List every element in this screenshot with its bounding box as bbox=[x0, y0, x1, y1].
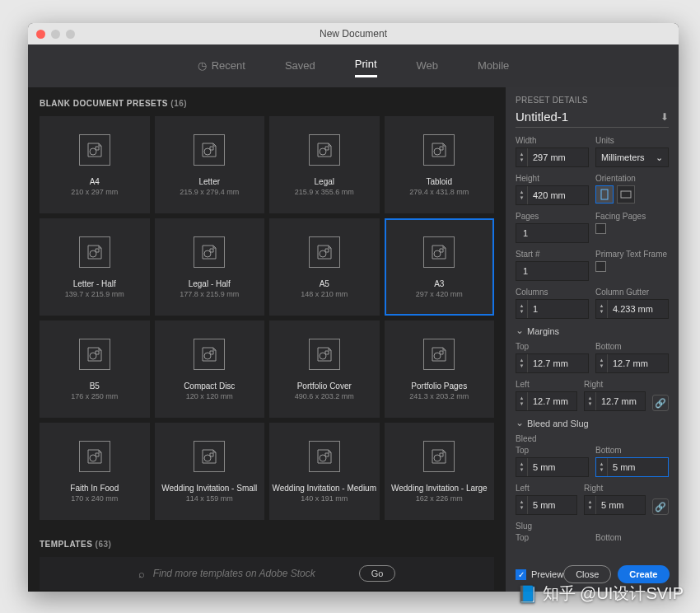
margins-disclosure[interactable]: Margins bbox=[516, 325, 669, 337]
titlebar: New Document bbox=[28, 23, 679, 44]
presets-header: BLANK DOCUMENT PRESETS (16) bbox=[40, 99, 494, 108]
stepper-icon[interactable]: ▲▼ bbox=[516, 354, 528, 372]
tab-recent[interactable]: ◷Recent bbox=[198, 58, 245, 77]
page-icon bbox=[423, 236, 455, 268]
preset-dimensions: 215.9 x 279.4 mm bbox=[180, 188, 239, 196]
page-icon bbox=[194, 236, 225, 268]
page-icon bbox=[194, 441, 225, 472]
margin-left-field[interactable]: ▲▼12.7 mm bbox=[516, 391, 577, 411]
preset-card[interactable]: Compact Disc120 x 120 mm bbox=[155, 321, 265, 418]
new-document-dialog: New Document ◷Recent Saved Print Web Mob… bbox=[28, 23, 679, 592]
stepper-icon[interactable]: ▲▼ bbox=[516, 186, 528, 204]
bleed-bottom-field[interactable]: ▲▼5 mm bbox=[595, 457, 669, 477]
preset-card[interactable]: Legal - Half177.8 x 215.9 mm bbox=[155, 218, 265, 316]
page-icon bbox=[309, 339, 340, 370]
preset-dimensions: 139.7 x 215.9 mm bbox=[65, 290, 124, 298]
preview-toggle[interactable]: ✓ Preview bbox=[516, 569, 563, 580]
bleed-top-field[interactable]: ▲▼5 mm bbox=[516, 457, 589, 477]
tab-saved[interactable]: Saved bbox=[285, 58, 315, 77]
stepper-icon[interactable]: ▲▼ bbox=[596, 458, 608, 476]
gutter-label: Column Gutter bbox=[595, 288, 669, 297]
page-icon bbox=[309, 441, 340, 472]
templates-header: TEMPLATES (63) bbox=[40, 540, 494, 549]
go-button[interactable]: Go bbox=[359, 565, 396, 582]
start-field[interactable]: 1 bbox=[516, 261, 589, 281]
columns-label: Columns bbox=[516, 288, 589, 297]
preset-card[interactable]: Letter215.9 x 279.4 mm bbox=[155, 116, 265, 213]
orientation-portrait[interactable] bbox=[595, 185, 614, 204]
category-tabs: ◷Recent Saved Print Web Mobile bbox=[28, 44, 679, 87]
stepper-icon[interactable]: ▲▼ bbox=[516, 148, 528, 166]
page-icon bbox=[79, 339, 110, 370]
orientation-landscape[interactable] bbox=[617, 185, 635, 204]
stepper-icon[interactable]: ▲▼ bbox=[516, 300, 528, 318]
stepper-icon[interactable]: ▲▼ bbox=[596, 300, 608, 318]
svg-rect-16 bbox=[601, 190, 608, 199]
primary-text-frame-checkbox[interactable] bbox=[595, 261, 606, 272]
bleed-right-label: Right bbox=[584, 484, 646, 493]
link-margins-button[interactable]: 🔗 bbox=[652, 395, 669, 411]
close-button[interactable]: Close bbox=[563, 565, 611, 583]
pages-field[interactable]: 1 bbox=[516, 223, 589, 243]
preset-dimensions: 490.6 x 203.2 mm bbox=[295, 392, 354, 400]
bleed-slug-disclosure[interactable]: Bleed and Slug bbox=[516, 418, 669, 429]
bleed-bottom-label: Bottom bbox=[595, 446, 669, 455]
preset-details-panel: PRESET DETAILS Untitled-1 ⬇ Width ▲▼297 … bbox=[506, 87, 679, 592]
preset-card[interactable]: Legal215.9 x 355.6 mm bbox=[269, 116, 380, 213]
preset-name: A5 bbox=[320, 279, 329, 288]
columns-field[interactable]: ▲▼1 bbox=[516, 299, 589, 319]
preset-name: Legal - Half bbox=[189, 279, 231, 288]
save-preset-icon[interactable]: ⬇ bbox=[660, 111, 669, 123]
preset-name: Tabloid bbox=[426, 177, 452, 186]
preset-card[interactable]: A3297 x 420 mm bbox=[385, 218, 495, 316]
margin-bottom-field[interactable]: ▲▼12.7 mm bbox=[595, 353, 669, 373]
stepper-icon[interactable]: ▲▼ bbox=[596, 354, 608, 372]
link-bleed-button[interactable]: 🔗 bbox=[652, 498, 669, 515]
template-search-input[interactable] bbox=[153, 568, 351, 579]
document-name[interactable]: Untitled-1 bbox=[516, 110, 568, 124]
tab-print[interactable]: Print bbox=[355, 58, 377, 77]
slug-label: Slug bbox=[516, 522, 669, 531]
preset-dimensions: 148 x 210 mm bbox=[301, 290, 348, 298]
preset-card[interactable]: Faith In Food170 x 240 mm bbox=[40, 423, 150, 520]
bleed-left-field[interactable]: ▲▼5 mm bbox=[516, 495, 577, 515]
preset-card[interactable]: Wedding Invitation - Small114 x 159 mm bbox=[155, 423, 265, 520]
page-icon bbox=[79, 134, 110, 166]
create-button[interactable]: Create bbox=[618, 565, 669, 583]
page-icon bbox=[309, 236, 340, 268]
height-label: Height bbox=[516, 174, 589, 183]
preset-card[interactable]: Letter - Half139.7 x 215.9 mm bbox=[40, 218, 150, 316]
preset-card[interactable]: Tabloid279.4 x 431.8 mm bbox=[385, 116, 495, 213]
zhihu-icon: 📘 bbox=[517, 584, 538, 604]
preset-card[interactable]: B5176 x 250 mm bbox=[40, 321, 150, 418]
preset-card[interactable]: Portfolio Cover490.6 x 203.2 mm bbox=[269, 321, 380, 418]
preset-card[interactable]: Portfolio Pages241.3 x 203.2 mm bbox=[385, 321, 495, 418]
stepper-icon[interactable]: ▲▼ bbox=[585, 392, 596, 410]
margin-top-field[interactable]: ▲▼12.7 mm bbox=[516, 353, 589, 373]
preset-name: Wedding Invitation - Large bbox=[391, 484, 488, 493]
details-header: PRESET DETAILS bbox=[516, 96, 669, 105]
width-field[interactable]: ▲▼297 mm bbox=[516, 147, 589, 167]
stepper-icon[interactable]: ▲▼ bbox=[516, 458, 528, 476]
margin-right-field[interactable]: ▲▼12.7 mm bbox=[584, 391, 646, 411]
stepper-icon[interactable]: ▲▼ bbox=[585, 496, 596, 514]
bleed-right-field[interactable]: ▲▼5 mm bbox=[584, 495, 646, 515]
tab-web[interactable]: Web bbox=[417, 58, 439, 77]
bleed-label: Bleed bbox=[516, 434, 669, 443]
tab-mobile[interactable]: Mobile bbox=[478, 58, 509, 77]
height-field[interactable]: ▲▼420 mm bbox=[516, 185, 589, 205]
preset-card[interactable]: A4210 x 297 mm bbox=[40, 116, 150, 213]
preset-card[interactable]: Wedding Invitation - Large162 x 226 mm bbox=[385, 423, 495, 520]
stepper-icon[interactable]: ▲▼ bbox=[516, 496, 528, 514]
stepper-icon[interactable]: ▲▼ bbox=[516, 392, 528, 410]
slug-bottom-label: Bottom bbox=[595, 533, 669, 542]
page-icon bbox=[423, 134, 455, 166]
preset-card[interactable]: Wedding Invitation - Medium140 x 191 mm bbox=[269, 423, 380, 520]
preset-card[interactable]: A5148 x 210 mm bbox=[269, 218, 380, 316]
gutter-field[interactable]: ▲▼4.233 mm bbox=[595, 299, 669, 319]
facing-pages-checkbox[interactable] bbox=[595, 223, 606, 234]
preset-dimensions: 177.8 x 215.9 mm bbox=[180, 290, 239, 298]
preset-dimensions: 176 x 250 mm bbox=[71, 392, 118, 400]
units-select[interactable]: Millimeters⌄ bbox=[595, 147, 669, 167]
preset-name: Wedding Invitation - Small bbox=[161, 484, 257, 493]
